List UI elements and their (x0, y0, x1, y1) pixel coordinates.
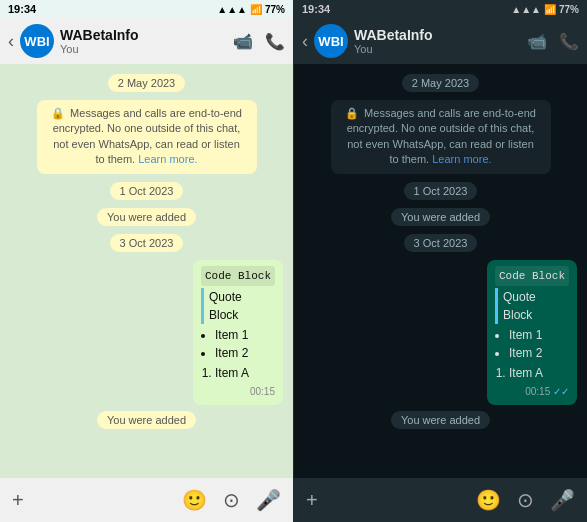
header-info-left: WABetaInfo You (60, 27, 227, 55)
code-block-left: Code Block (201, 266, 275, 287)
status-bar-left: 19:34 ▲▲▲ 📶 77% (0, 0, 293, 18)
enc-learn-more-left[interactable]: Learn more. (138, 153, 197, 165)
contact-name-right: WABetaInfo (354, 27, 521, 43)
list-item2-right: Item 2 (509, 344, 569, 362)
voice-call-icon-right[interactable]: 📞 (559, 32, 579, 51)
mic-icon-left[interactable]: 🎤 (256, 488, 281, 512)
battery-left: 77% (265, 4, 285, 15)
ordered-item1-left: Item A (215, 364, 275, 382)
date-badge-1-right: 2 May 2023 (402, 74, 479, 92)
enc-notice-right: 🔒 Messages and calls are end-to-end encr… (331, 100, 551, 174)
status-bar-right: 19:34 ▲▲▲ 📶 77% (294, 0, 587, 18)
plus-icon-left[interactable]: + (12, 489, 24, 512)
date-badge-3-left: 3 Oct 2023 (110, 234, 184, 252)
time-right: 19:34 (302, 3, 330, 15)
date-badge-1-left: 2 May 2023 (108, 74, 185, 92)
enc-notice-left: 🔒 Messages and calls are end-to-end encr… (37, 100, 257, 174)
message-bubble-right: Code Block Quote Block Item 1 Item 2 Ite… (487, 260, 577, 406)
system-added-2-left: You were added (97, 411, 196, 429)
lock-icon-right: 🔒 (345, 107, 359, 119)
bullet-list-left: Item 1 Item 2 (201, 326, 275, 362)
quote-line1-right: Quote (503, 290, 536, 304)
camera-icon-right[interactable]: ⊙ (517, 488, 534, 512)
date-badge-2-left: 1 Oct 2023 (110, 182, 184, 200)
video-call-icon-right[interactable]: 📹 (527, 32, 547, 51)
time-left: 19:34 (8, 3, 36, 15)
signal-icon-left: ▲▲▲ (217, 4, 247, 15)
header-icons-right: 📹 📞 (527, 32, 579, 51)
quote-line1-left: Quote (209, 290, 242, 304)
plus-icon-right[interactable]: + (306, 489, 318, 512)
enc-learn-more-right[interactable]: Learn more. (432, 153, 491, 165)
ordered-list-left: Item A (201, 364, 275, 382)
left-panel: 19:34 ▲▲▲ 📶 77% ‹ WBI WABetaInfo You 📹 📞… (0, 0, 293, 522)
quote-block-right: Quote Block (495, 288, 569, 324)
avatar-right: WBI (314, 24, 348, 58)
chat-header-right: ‹ WBI WABetaInfo You 📹 📞 (294, 18, 587, 64)
list-item1-right: Item 1 (509, 326, 569, 344)
bullet-list-right: Item 1 Item 2 (495, 326, 569, 362)
chat-body-left: 2 May 2023 🔒 Messages and calls are end-… (0, 64, 293, 478)
emoji-icon-left[interactable]: 🙂 (182, 488, 207, 512)
signal-icon-right: ▲▲▲ (511, 4, 541, 15)
header-icons-left: 📹 📞 (233, 32, 285, 51)
bottom-bar-left: + 🙂 ⊙ 🎤 (0, 478, 293, 522)
code-block-right: Code Block (495, 266, 569, 287)
date-badge-3-right: 3 Oct 2023 (404, 234, 478, 252)
chat-body-right: 2 May 2023 🔒 Messages and calls are end-… (294, 64, 587, 478)
back-button-left[interactable]: ‹ (8, 31, 14, 52)
voice-call-icon-left[interactable]: 📞 (265, 32, 285, 51)
status-icons-left: ▲▲▲ 📶 77% (217, 4, 285, 15)
contact-sub-right: You (354, 43, 521, 55)
read-tick-right: ✓✓ (553, 386, 569, 397)
wifi-icon-right: 📶 (544, 4, 556, 15)
quote-line2-right: Block (503, 308, 532, 322)
mic-icon-right[interactable]: 🎤 (550, 488, 575, 512)
ordered-list-right: Item A (495, 364, 569, 382)
quote-block-left: Quote Block (201, 288, 275, 324)
list-item1-left: Item 1 (215, 326, 275, 344)
emoji-icon-right[interactable]: 🙂 (476, 488, 501, 512)
contact-name-left: WABetaInfo (60, 27, 227, 43)
system-added-1-left: You were added (97, 208, 196, 226)
bottom-bar-right: + 🙂 ⊙ 🎤 (294, 478, 587, 522)
back-button-right[interactable]: ‹ (302, 31, 308, 52)
message-bubble-left: Code Block Quote Block Item 1 Item 2 Ite… (193, 260, 283, 406)
quote-line2-left: Block (209, 308, 238, 322)
video-call-icon-left[interactable]: 📹 (233, 32, 253, 51)
status-icons-right: ▲▲▲ 📶 77% (511, 4, 579, 15)
contact-sub-left: You (60, 43, 227, 55)
wifi-icon-left: 📶 (250, 4, 262, 15)
bubble-time-left: 00:15 (201, 384, 275, 399)
list-item2-left: Item 2 (215, 344, 275, 362)
bubble-time-right: 00:15 ✓✓ (495, 384, 569, 399)
system-added-2-right: You were added (391, 411, 490, 429)
battery-right: 77% (559, 4, 579, 15)
system-added-1-right: You were added (391, 208, 490, 226)
avatar-left: WBI (20, 24, 54, 58)
right-panel: 19:34 ▲▲▲ 📶 77% ‹ WBI WABetaInfo You 📹 📞… (293, 0, 587, 522)
camera-icon-left[interactable]: ⊙ (223, 488, 240, 512)
lock-icon-left: 🔒 (51, 107, 65, 119)
date-badge-2-right: 1 Oct 2023 (404, 182, 478, 200)
ordered-item1-right: Item A (509, 364, 569, 382)
header-info-right: WABetaInfo You (354, 27, 521, 55)
chat-header-left: ‹ WBI WABetaInfo You 📹 📞 (0, 18, 293, 64)
